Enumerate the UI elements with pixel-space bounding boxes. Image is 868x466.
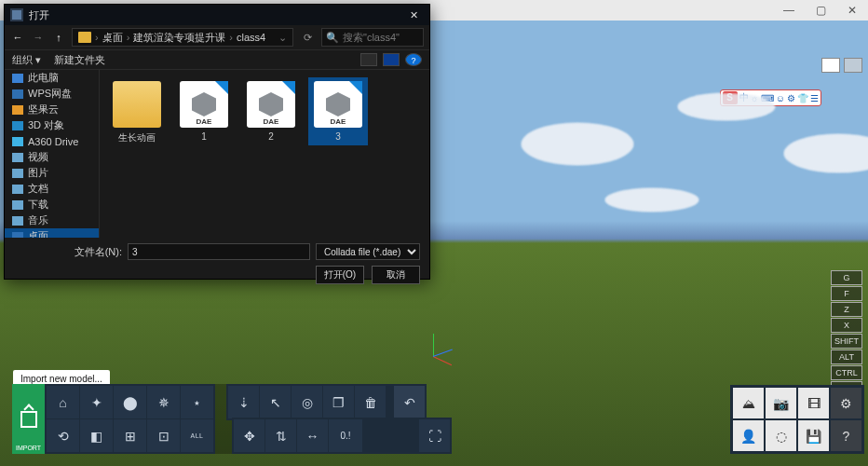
category-button[interactable]: ⋆ xyxy=(181,386,213,418)
ime-item[interactable]: ☰ xyxy=(810,93,819,103)
file-item[interactable]: 生长动画 xyxy=(107,77,167,148)
file-list[interactable]: 生长动画DAE1DAE2DAE3 xyxy=(100,70,429,238)
dialog-icon xyxy=(10,8,23,21)
tool-undo-button[interactable]: ↶ xyxy=(394,386,425,418)
tool-button[interactable]: ◎ xyxy=(292,386,322,418)
tree-item[interactable]: 下载 xyxy=(5,197,99,212)
tree-item[interactable]: 此电脑 xyxy=(5,70,99,86)
ime-item[interactable]: ⌨ xyxy=(761,93,774,103)
tool-button[interactable]: ↖ xyxy=(260,386,291,418)
category-button[interactable]: ⊞ xyxy=(114,419,146,452)
tree-item-label: A360 Drive xyxy=(28,136,78,147)
ime-bar[interactable]: S 中 ☼ ⌨ ☺ ⚙ 👕 ☰ xyxy=(720,89,821,106)
tree-item-label: 图片 xyxy=(28,166,48,180)
file-label: 1 xyxy=(176,131,232,142)
folder-tree[interactable]: 此电脑WPS网盘坚果云3D 对象A360 Drive视频图片文档下载音乐桌面OS… xyxy=(5,70,100,238)
cancel-button[interactable]: 取消 xyxy=(372,266,420,284)
camera-icon[interactable] xyxy=(821,58,840,73)
tool-button[interactable]: ⇣ xyxy=(228,386,259,418)
tree-item[interactable]: 桌面 xyxy=(5,228,99,238)
mode-photo-button[interactable]: 📷 xyxy=(766,388,796,418)
import-label: IMPORT xyxy=(16,445,41,451)
import-icon xyxy=(20,411,37,428)
tree-item-label: 桌面 xyxy=(28,229,48,238)
ime-mode[interactable]: 中 xyxy=(739,91,749,104)
dialog-close-button[interactable]: ✕ xyxy=(403,9,424,21)
svg-rect-0 xyxy=(12,10,21,20)
category-button[interactable]: ⊡ xyxy=(147,419,180,452)
move-tool-button[interactable]: ✥ xyxy=(234,419,264,452)
camera-thumbnail[interactable] xyxy=(844,58,862,73)
file-item[interactable]: DAE3 xyxy=(308,77,368,145)
category-button[interactable]: ⌂ xyxy=(47,386,79,418)
mode-panorama-button[interactable]: ◌ xyxy=(766,420,796,451)
search-input[interactable]: 🔍 搜索"class4" xyxy=(321,28,424,47)
camera-preview-corner xyxy=(821,58,862,73)
category-button[interactable]: ◧ xyxy=(80,419,113,452)
tree-item[interactable]: 音乐 xyxy=(5,212,99,228)
tree-item-icon xyxy=(12,216,23,226)
nav-forward-button[interactable]: → xyxy=(31,32,46,43)
key-hints: G F Z X SHIFT ALT CTRL O xyxy=(831,270,862,396)
tool-button[interactable]: 🗑 xyxy=(355,386,386,418)
save-button[interactable]: 💾 xyxy=(798,420,829,451)
tree-item[interactable]: WPS网盘 xyxy=(5,86,99,102)
ime-item[interactable]: 👕 xyxy=(797,93,808,103)
toolbar-new-folder[interactable]: 新建文件夹 xyxy=(54,53,105,67)
tree-item-label: 音乐 xyxy=(28,213,48,227)
value-readout[interactable]: 0.! xyxy=(329,419,362,452)
file-item[interactable]: DAE2 xyxy=(241,77,301,145)
tree-item[interactable]: 文档 xyxy=(5,181,99,197)
tool-button[interactable]: ❐ xyxy=(323,386,354,418)
file-filter-select[interactable]: Collada file (*.dae) xyxy=(316,243,420,260)
tree-item-label: 下载 xyxy=(28,198,48,212)
preview-pane-button[interactable] xyxy=(383,53,400,66)
category-button[interactable]: ✦ xyxy=(80,386,113,418)
tree-item[interactable]: 坚果云 xyxy=(5,102,99,117)
nav-up-button[interactable]: ↑ xyxy=(51,32,66,43)
refresh-button[interactable]: ⟳ xyxy=(299,32,316,44)
tree-item[interactable]: 视频 xyxy=(5,149,99,165)
mode-movie-button[interactable]: 🎞 xyxy=(798,388,829,418)
ime-item[interactable]: ☼ xyxy=(751,93,759,103)
ime-item[interactable]: ⚙ xyxy=(787,93,795,103)
maximize-button[interactable]: ▢ xyxy=(805,4,836,17)
ime-item[interactable]: ☺ xyxy=(776,93,785,103)
close-button[interactable]: ✕ xyxy=(836,4,868,17)
import-button[interactable]: IMPORT xyxy=(12,384,45,454)
dialog-body: 此电脑WPS网盘坚果云3D 对象A360 Drive视频图片文档下载音乐桌面OS… xyxy=(5,70,429,238)
filename-label: 文件名(N): xyxy=(75,245,122,259)
file-item[interactable]: DAE1 xyxy=(174,77,234,145)
category-button[interactable]: ✵ xyxy=(147,386,180,418)
mode-people-button[interactable]: 👤 xyxy=(733,420,764,451)
help-button[interactable]: ? xyxy=(831,420,861,451)
open-button[interactable]: 打开(O) xyxy=(316,266,364,284)
breadcrumb-item[interactable]: 桌面 xyxy=(102,31,123,45)
breadcrumb-item[interactable]: 建筑渲染专项提升课 xyxy=(133,31,225,45)
breadcrumb[interactable]: › 桌面 › 建筑渲染专项提升课 › class4 ⌄ xyxy=(72,28,293,47)
breadcrumb-dropdown-icon[interactable]: ⌄ xyxy=(278,32,287,44)
key-hint: G xyxy=(831,270,862,285)
vertical-tool-button[interactable]: ⇅ xyxy=(265,419,296,452)
filename-input[interactable] xyxy=(128,243,310,260)
category-all-button[interactable]: ALL xyxy=(181,419,213,452)
horizontal-tool-button[interactable]: ↔ xyxy=(297,419,328,452)
settings-button[interactable]: ⚙ xyxy=(831,388,861,418)
tree-item-label: 坚果云 xyxy=(28,103,59,116)
category-button[interactable]: ⟲ xyxy=(47,419,79,452)
minimize-button[interactable]: — xyxy=(773,4,805,17)
dae-file-icon: DAE xyxy=(247,81,295,128)
nav-back-button[interactable]: ← xyxy=(10,32,25,43)
mode-terrain-button[interactable]: ⛰ xyxy=(733,388,764,418)
expand-tool-button[interactable]: ⛶ xyxy=(419,419,450,452)
dialog-help-button[interactable]: ? xyxy=(405,53,422,66)
tree-item[interactable]: 3D 对象 xyxy=(5,117,99,133)
toolbar-organize[interactable]: 组织 ▾ xyxy=(12,53,41,67)
dae-file-icon: DAE xyxy=(180,81,228,128)
view-mode-button[interactable] xyxy=(360,53,377,66)
breadcrumb-item[interactable]: class4 xyxy=(237,32,265,43)
tree-item[interactable]: 图片 xyxy=(5,165,99,181)
tree-item[interactable]: A360 Drive xyxy=(5,133,99,149)
category-button[interactable]: ⬤ xyxy=(114,386,146,418)
tree-item-icon xyxy=(12,232,23,239)
